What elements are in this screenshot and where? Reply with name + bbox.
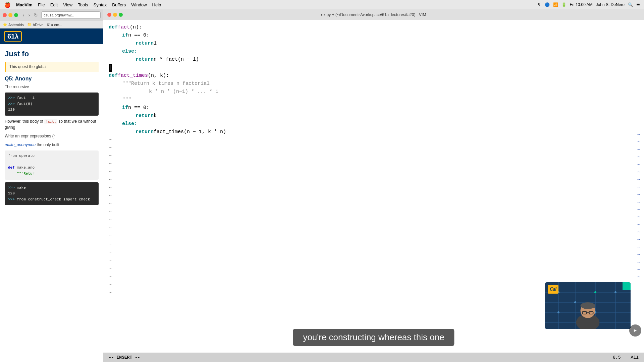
teal-accent bbox=[623, 282, 631, 290]
vim-title: ex.py + (~/Documents/workspace/61a_lectu… bbox=[321, 12, 426, 17]
vim-tilde-6: ~ bbox=[103, 176, 644, 184]
video-placeholder: Cal bbox=[545, 282, 631, 329]
menu-tools[interactable]: Tools bbox=[78, 2, 88, 7]
right-tilde-7: ~ bbox=[637, 176, 644, 183]
browser-content[interactable]: Just fo This quest the global Q5: Anony … bbox=[0, 44, 103, 362]
right-tilde-12: ~ bbox=[637, 213, 644, 221]
search-icon[interactable]: 🔍 bbox=[628, 2, 633, 7]
vim-line-12: return k bbox=[103, 112, 644, 120]
browser-chrome: ‹ › ↻ bbox=[0, 9, 103, 21]
bluetooth-icon: 🔵 bbox=[545, 2, 550, 7]
vim-tilde-18: ~ bbox=[103, 273, 644, 281]
cs61a-logo: 61λ bbox=[4, 31, 22, 42]
vim-close-button[interactable] bbox=[107, 13, 111, 17]
vim-line-3: return 1 bbox=[103, 40, 644, 48]
right-tilde-16: ~ bbox=[637, 243, 644, 251]
repl-block: >>> fact = 1 >>> fact(5) 120 bbox=[5, 93, 99, 116]
vim-line-11: if n == 0: bbox=[103, 104, 644, 112]
kw-def-2: def bbox=[109, 72, 118, 80]
tilde-icon-2: ~ bbox=[109, 144, 114, 152]
clock: Fri 10:00 AM bbox=[570, 2, 593, 7]
menu-window[interactable]: Window bbox=[131, 2, 147, 7]
page-title: Just fo bbox=[5, 50, 99, 58]
val-1: 1 bbox=[154, 40, 157, 48]
reload-button[interactable]: ↻ bbox=[33, 12, 39, 18]
right-tilde-17: ~ bbox=[637, 251, 644, 258]
repl-result-1: 120 bbox=[8, 107, 95, 113]
vim-line-6: | bbox=[103, 64, 644, 72]
menu-file[interactable]: File bbox=[38, 2, 45, 7]
repl-block-2: >>> make 120 >>> from construct_check im… bbox=[5, 182, 99, 205]
tilde-icon-5: ~ bbox=[109, 168, 114, 176]
browser-nav: ‹ › ↻ bbox=[21, 12, 39, 18]
tilde-icon-3: ~ bbox=[109, 152, 114, 160]
vim-tilde-1: ~ bbox=[103, 136, 644, 144]
fn-args-1: (n): bbox=[130, 23, 142, 32]
bookmark-bdrive[interactable]: 📁 bDrive bbox=[27, 22, 44, 27]
repl-line-1: >>> fact = 1 bbox=[8, 95, 95, 101]
from-line: from operato bbox=[8, 153, 95, 159]
tilde-icon-19: ~ bbox=[109, 281, 114, 289]
def-make-line: def make_ano bbox=[8, 165, 95, 171]
vim-tilde-5: ~ bbox=[103, 168, 644, 176]
vim-line-14: return fact_times(n − 1, k * n) bbox=[103, 128, 644, 136]
subtitle-overlay: you're constructing whereas this one bbox=[293, 329, 454, 346]
right-tilde-2: ~ bbox=[637, 138, 644, 145]
tilde-icon-17: ~ bbox=[109, 265, 114, 273]
menu-buffers[interactable]: Buffers bbox=[112, 2, 126, 7]
menu-view[interactable]: View bbox=[63, 2, 72, 7]
bookmark-61a[interactable]: 61a em... bbox=[47, 23, 62, 27]
tilde-icon-1: ~ bbox=[109, 136, 114, 144]
right-tilde-20: ~ bbox=[637, 273, 644, 281]
svg-point-20 bbox=[581, 302, 595, 309]
close-button[interactable] bbox=[3, 13, 7, 17]
vim-line-8: """Return k times n factorial bbox=[103, 80, 644, 88]
maximize-button[interactable] bbox=[14, 13, 18, 17]
tilde-icon-20: ~ bbox=[109, 289, 114, 297]
menu-edit[interactable]: Edit bbox=[50, 2, 58, 7]
right-tilde-15: ~ bbox=[637, 236, 644, 243]
vim-maximize-button[interactable] bbox=[119, 13, 123, 17]
vim-titlebar: ex.py + (~/Documents/workspace/61a_lectu… bbox=[103, 9, 644, 20]
bdrive-icon: 📁 bbox=[27, 22, 32, 27]
tilde-icon-13: ~ bbox=[109, 233, 114, 241]
menu-items: File Edit View Tools Syntax Buffers Wind… bbox=[38, 2, 161, 7]
tilde-icon-10: ~ bbox=[109, 208, 114, 217]
presenter-svg bbox=[568, 296, 608, 329]
bookmark-asteroids[interactable]: ⭐ Asteroids bbox=[3, 22, 24, 27]
vim-minimize-button[interactable] bbox=[113, 13, 117, 17]
kw-def-1: def bbox=[109, 23, 118, 32]
kw-return-4: return bbox=[136, 128, 154, 136]
tilde-icon-18: ~ bbox=[109, 273, 114, 281]
back-button[interactable]: ‹ bbox=[21, 12, 26, 18]
vim-tilde-17: ~ bbox=[103, 265, 644, 273]
kw-if-1: if bbox=[122, 32, 128, 40]
apple-menu[interactable]: 🍎 bbox=[4, 2, 11, 8]
play-button[interactable]: ▶ bbox=[629, 324, 641, 337]
menu-syntax[interactable]: Syntax bbox=[94, 2, 107, 7]
vim-tilde-15: ~ bbox=[103, 249, 644, 257]
vim-tilde-8: ~ bbox=[103, 192, 644, 200]
grid-icon[interactable]: ☰ bbox=[636, 2, 640, 7]
main-container: ‹ › ↻ ⭐ Asteroids 📁 bDrive 61a em... 61λ bbox=[0, 9, 644, 362]
menubar: 🍎 MacVim File Edit View Tools Syntax Buf… bbox=[0, 0, 644, 9]
vim-tilde-14: ~ bbox=[103, 241, 644, 249]
app-name[interactable]: MacVim bbox=[16, 2, 33, 7]
forward-button[interactable]: › bbox=[27, 12, 32, 18]
fn-fact-times: fact_times bbox=[118, 72, 148, 80]
docstring-1: """Return k times n factorial bbox=[122, 80, 210, 88]
make-anonymous-link[interactable]: make_anonymou bbox=[5, 142, 36, 147]
however-text: However, this body of fact. so that we c… bbox=[5, 118, 99, 131]
tilde-icon-14: ~ bbox=[109, 241, 114, 249]
minimize-button[interactable] bbox=[8, 13, 12, 17]
val-3: k bbox=[154, 112, 157, 120]
section-text: This quest the global bbox=[9, 64, 47, 69]
vim-editor[interactable]: def fact(n): if n == 0: return 1 else: r… bbox=[103, 20, 644, 353]
svg-point-12 bbox=[614, 291, 616, 293]
vim-tilde-10: ~ bbox=[103, 208, 644, 217]
vim-line-13: else: bbox=[103, 120, 644, 128]
right-tilde-6: ~ bbox=[637, 168, 644, 176]
menu-help[interactable]: Help bbox=[152, 2, 161, 7]
url-bar[interactable] bbox=[41, 11, 101, 19]
fn-fact: fact bbox=[118, 23, 130, 32]
